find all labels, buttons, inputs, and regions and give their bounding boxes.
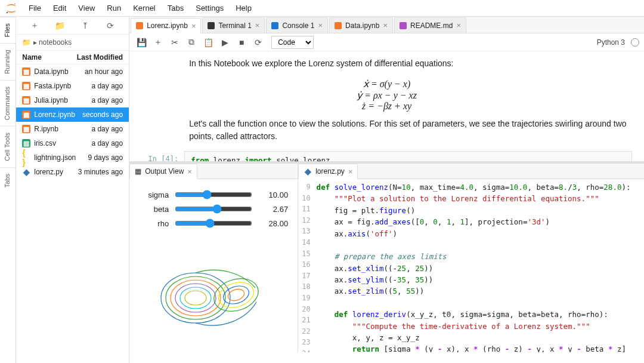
kernel-name[interactable]: Python 3 bbox=[597, 38, 625, 47]
svg-point-2 bbox=[15, 11, 16, 13]
cell-input[interactable]: from lorenz import solve_lorenzt, x_t = … bbox=[184, 151, 632, 161]
file-row[interactable]: ◆lorenz.py3 minutes ago bbox=[16, 165, 129, 179]
tab-lorenz-py[interactable]: ◆ lorenz.py × bbox=[298, 164, 358, 179]
tab-readme-md[interactable]: README.md× bbox=[394, 17, 466, 33]
file-icon: ▦ bbox=[22, 67, 30, 76]
kernel-status-icon[interactable] bbox=[631, 38, 639, 47]
menu-tabs[interactable]: Tabs bbox=[162, 1, 190, 15]
code-editor[interactable]: 9 10 11 12 13 14 15 16 17 18 19 20 21 22… bbox=[298, 179, 644, 352]
file-modified: a day ago bbox=[91, 139, 123, 147]
tab-label: Data.ipynb bbox=[345, 21, 379, 30]
activity-commands[interactable]: Commands bbox=[0, 80, 16, 126]
svg-point-8 bbox=[185, 291, 206, 305]
add-cell-icon[interactable]: ＋ bbox=[151, 37, 165, 48]
slider-beta: beta2.67 bbox=[139, 204, 288, 214]
close-icon[interactable]: × bbox=[348, 167, 353, 176]
close-icon[interactable]: × bbox=[191, 21, 196, 30]
tab-label: Lorenz.ipynb bbox=[147, 21, 188, 30]
file-icon: ▦ bbox=[22, 82, 30, 90]
jupyter-logo-icon bbox=[5, 2, 18, 15]
file-modified: 9 days ago bbox=[88, 153, 123, 162]
python-icon: ◆ bbox=[304, 167, 312, 176]
activity-tabs[interactable]: Tabs bbox=[0, 167, 16, 193]
new-folder-icon[interactable]: 📁 bbox=[53, 21, 67, 30]
save-icon[interactable]: 💾 bbox=[134, 38, 148, 47]
menu-run[interactable]: Run bbox=[101, 1, 127, 15]
tab-icon bbox=[136, 22, 143, 29]
activitybar: FilesRunningCommandsCell ToolsTabs bbox=[0, 17, 16, 363]
menu-kernel[interactable]: Kernel bbox=[127, 1, 162, 15]
slider-input[interactable] bbox=[175, 190, 252, 199]
code-cell[interactable]: In [4]: from lorenz import solve_lorenzt… bbox=[141, 151, 632, 161]
file-row[interactable]: ▦Data.ipynban hour ago bbox=[16, 64, 129, 79]
close-icon[interactable]: × bbox=[187, 167, 192, 176]
stop-icon[interactable]: ■ bbox=[234, 38, 249, 47]
slider-sigma: sigma10.00 bbox=[139, 190, 288, 199]
close-icon[interactable]: × bbox=[255, 21, 260, 30]
paste-icon[interactable]: 📋 bbox=[201, 38, 215, 47]
slider-rho: rho28.00 bbox=[139, 219, 288, 228]
file-modified: 3 minutes ago bbox=[78, 168, 123, 176]
menu-file[interactable]: File bbox=[23, 1, 47, 15]
close-icon[interactable]: × bbox=[318, 21, 323, 30]
svg-point-9 bbox=[210, 273, 262, 317]
tab-lorenz-ipynb[interactable]: Lorenz.ipynb× bbox=[131, 18, 201, 33]
upload-icon[interactable]: ⤒ bbox=[78, 21, 92, 30]
menu-view[interactable]: View bbox=[72, 1, 101, 15]
slider-input[interactable] bbox=[175, 204, 252, 214]
file-row[interactable]: { }lightning.json9 days ago bbox=[16, 150, 129, 165]
tab-icon bbox=[208, 22, 215, 29]
cut-icon[interactable]: ✂ bbox=[168, 38, 182, 47]
file-list: ▦Data.ipynban hour ago▦Fasta.ipynba day … bbox=[16, 64, 129, 363]
close-icon[interactable]: × bbox=[383, 21, 388, 30]
tabbar: Lorenz.ipynb×Terminal 1×Console 1×Data.i… bbox=[129, 17, 644, 33]
file-row[interactable]: ▦R.ipynba day ago bbox=[16, 122, 129, 136]
file-icon: ▦ bbox=[22, 110, 30, 119]
slider-label: beta bbox=[139, 205, 169, 214]
tab-icon bbox=[400, 22, 407, 29]
tab-output-view[interactable]: ▦ Output View × bbox=[129, 164, 197, 179]
code-lines[interactable]: def solve_lorenz(N=10, max_time=4.0, sig… bbox=[317, 182, 644, 350]
tab-label: Terminal 1 bbox=[218, 21, 251, 30]
file-modified: seconds ago bbox=[82, 110, 123, 119]
restart-icon[interactable]: ⟳ bbox=[251, 38, 265, 47]
file-icon: ▦ bbox=[22, 96, 30, 104]
tab-icon bbox=[335, 22, 342, 29]
main-area: FilesRunningCommandsCell ToolsTabs ＋ 📁 ⤒… bbox=[0, 17, 644, 363]
dock: Lorenz.ipynb×Terminal 1×Console 1×Data.i… bbox=[129, 17, 644, 363]
file-row[interactable]: ▦Fasta.ipynba day ago bbox=[16, 79, 129, 93]
equation-block: ẋ = σ(y − x) ẏ = ρx − y − xz ż = −βz + x… bbox=[141, 75, 632, 118]
svg-point-12 bbox=[227, 287, 246, 303]
col-modified[interactable]: Last Modified bbox=[77, 53, 123, 61]
file-name: lightning.json bbox=[34, 153, 76, 162]
output-body: sigma10.00beta2.67rho28.00 bbox=[129, 179, 298, 352]
file-row[interactable]: ▦Lorenz.ipynbseconds ago bbox=[16, 107, 129, 122]
file-name: R.ipynb bbox=[34, 125, 58, 133]
menu-edit[interactable]: Edit bbox=[47, 1, 72, 15]
new-launcher-icon[interactable]: ＋ bbox=[27, 20, 42, 31]
activity-cell-tools[interactable]: Cell Tools bbox=[0, 126, 16, 167]
run-icon[interactable]: ▶ bbox=[218, 38, 232, 47]
file-icon: ▥ bbox=[22, 139, 30, 147]
activity-running[interactable]: Running bbox=[0, 43, 16, 80]
refresh-icon[interactable]: ⟳ bbox=[103, 21, 117, 30]
copy-icon[interactable]: ⧉ bbox=[184, 37, 199, 47]
menu-settings[interactable]: Settings bbox=[190, 1, 230, 15]
menu-help[interactable]: Help bbox=[230, 1, 258, 15]
tab-console-1[interactable]: Console 1× bbox=[266, 17, 328, 33]
breadcrumb-segment[interactable]: notebooks bbox=[39, 38, 72, 47]
menubar: FileEditViewRunKernelTabsSettingsHelp bbox=[0, 0, 644, 17]
breadcrumb[interactable]: 📁 ▸ notebooks bbox=[16, 35, 129, 50]
file-icon: { } bbox=[22, 153, 30, 162]
file-row[interactable]: ▦Julia.ipynba day ago bbox=[16, 93, 129, 107]
tab-label: Console 1 bbox=[282, 21, 314, 30]
slider-input[interactable] bbox=[175, 219, 252, 228]
close-icon[interactable]: × bbox=[456, 21, 461, 30]
activity-files[interactable]: Files bbox=[0, 17, 16, 43]
celltype-select[interactable]: Code bbox=[271, 36, 314, 49]
tab-data-ipynb[interactable]: Data.ipynb× bbox=[329, 17, 393, 33]
col-name[interactable]: Name bbox=[22, 53, 42, 61]
file-row[interactable]: ▥iris.csva day ago bbox=[16, 136, 129, 150]
svg-point-4 bbox=[166, 276, 225, 319]
tab-terminal-1[interactable]: Terminal 1× bbox=[202, 17, 265, 33]
